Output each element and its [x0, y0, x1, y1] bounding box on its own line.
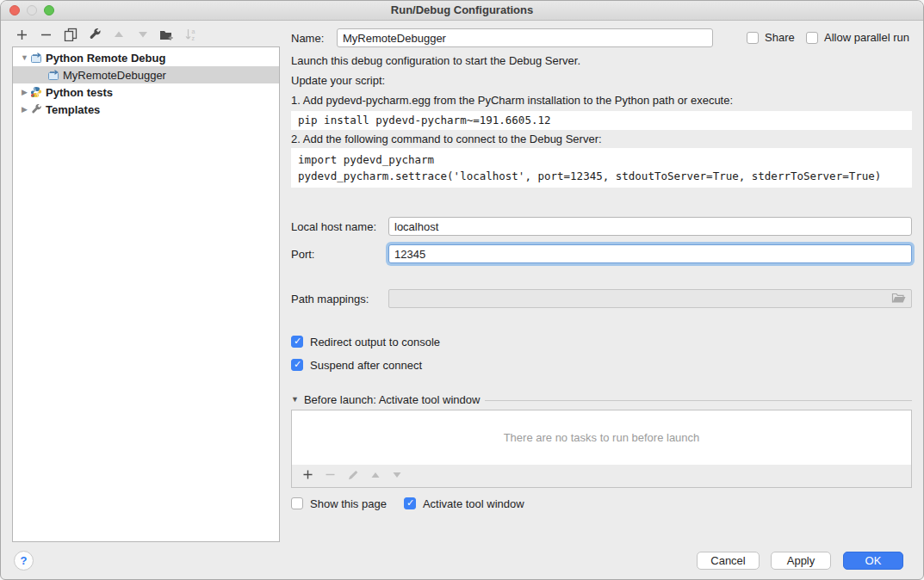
share-label: Share [765, 31, 795, 44]
ok-button[interactable]: OK [843, 552, 903, 570]
add-task-icon[interactable] [302, 469, 313, 483]
settrace-code: import pydevd_pycharm pydevd_pycharm.set… [291, 148, 912, 188]
remove-configuration-icon[interactable] [39, 28, 53, 42]
local-host-input[interactable] [388, 217, 912, 236]
show-this-page-label[interactable]: Show this page [310, 497, 387, 510]
collapse-section-icon[interactable]: ▼ [291, 395, 299, 404]
share-option[interactable]: Share [747, 31, 795, 44]
minimize-window-icon[interactable] [27, 5, 37, 15]
suspend-after-connect-label: Suspend after connect [310, 359, 422, 372]
edit-task-icon[interactable] [347, 469, 359, 484]
allow-parallel-option[interactable]: Allow parallel run [806, 31, 909, 44]
tree-item-python-tests[interactable]: ▶ Python tests [13, 83, 279, 101]
path-mappings-field[interactable] [388, 289, 912, 308]
chevron-collapsed-icon[interactable]: ▶ [19, 88, 30, 96]
local-host-label: Local host name: [291, 220, 388, 233]
path-mappings-row: Path mappings: [291, 289, 912, 308]
code-line-2: pydevd_pycharm.settrace('localhost', por… [298, 170, 881, 182]
allow-parallel-label: Allow parallel run [824, 31, 909, 44]
redirect-output-checkbox[interactable] [291, 336, 303, 348]
tree-item-label: Python tests [46, 86, 118, 99]
remove-task-icon[interactable] [325, 469, 336, 483]
name-input[interactable] [337, 28, 713, 47]
name-row: Name: Share Allow parallel run [291, 28, 912, 47]
port-input[interactable] [388, 244, 912, 263]
before-launch-title: Before launch: Activate tool window [304, 393, 481, 406]
suspend-after-connect-checkbox[interactable] [291, 359, 303, 371]
svg-text:z: z [191, 35, 195, 41]
instruction-step2: 2. Add the following command to connect … [291, 133, 602, 146]
section-divider [485, 400, 912, 401]
help-button[interactable]: ? [14, 551, 34, 571]
tree-item-python-remote-debug[interactable]: ▼ Python Remote Debug [13, 49, 279, 66]
tree-item-templates[interactable]: ▶ Templates [13, 101, 279, 118]
path-mappings-label: Path mappings: [291, 293, 388, 305]
empty-tasks-message: There are no tasks to run before launch [504, 431, 700, 444]
instruction-update: Update your script: [291, 74, 385, 88]
tree-item-label: MyRemoteDebugger [63, 69, 171, 82]
copy-configuration-icon[interactable] [63, 28, 78, 42]
activate-tool-window-checkbox[interactable] [404, 497, 416, 509]
suspend-after-connect-option[interactable]: Suspend after connect [291, 358, 422, 372]
move-task-up-icon[interactable] [370, 470, 381, 483]
allow-parallel-checkbox[interactable] [806, 32, 818, 44]
page-options-row: Show this page Activate tool window [291, 496, 524, 511]
add-configuration-icon[interactable] [15, 28, 29, 42]
redirect-output-option[interactable]: Redirect output to console [291, 335, 440, 349]
share-checkbox[interactable] [747, 32, 759, 44]
run-config-icon [47, 69, 59, 81]
before-launch-section-header: ▼ Before launch: Activate tool window [291, 392, 912, 406]
activate-tool-window-label[interactable]: Activate tool window [423, 497, 524, 510]
configurations-toolbar: az [15, 25, 198, 44]
local-host-row: Local host name: [291, 217, 912, 236]
before-launch-task-list[interactable]: There are no tasks to run before launch [291, 410, 912, 466]
instruction-launch: Launch this debug configuration to start… [291, 54, 580, 68]
code-line-1: import pydevd_pycharm [298, 153, 434, 166]
chevron-expanded-icon[interactable]: ▼ [19, 53, 30, 62]
show-this-page-checkbox[interactable] [291, 497, 303, 509]
svg-text:a: a [191, 28, 195, 34]
cancel-button[interactable]: Cancel [697, 552, 760, 570]
sort-alphabetically-icon[interactable]: az [183, 28, 198, 42]
instruction-step1: 1. Add pydevd-pycharm.egg from the PyCha… [291, 94, 733, 108]
port-label: Port: [291, 248, 388, 261]
move-task-down-icon[interactable] [392, 470, 402, 483]
window-title: Run/Debug Configurations [1, 1, 923, 20]
titlebar: Run/Debug Configurations [1, 1, 923, 21]
browse-folder-icon[interactable] [891, 292, 907, 306]
tree-item-label: Templates [46, 103, 105, 116]
python-tests-icon [30, 86, 42, 98]
close-window-icon[interactable] [9, 5, 20, 15]
before-launch-toolbar [291, 465, 912, 488]
edit-templates-icon[interactable] [87, 28, 102, 42]
port-row: Port: [291, 244, 912, 263]
run-config-icon [30, 52, 42, 64]
tree-item-myremotedebugger[interactable]: MyRemoteDebugger [13, 66, 279, 83]
move-up-icon[interactable] [111, 28, 126, 42]
redirect-output-label: Redirect output to console [310, 336, 440, 349]
pip-command-code: pip install pydevd-pycharm~=191.6605.12 [291, 111, 912, 130]
configurations-tree: ▼ Python Remote Debug MyRemoteDebugger ▶ [12, 46, 280, 542]
tree-item-label: Python Remote Debug [46, 52, 171, 65]
new-folder-icon[interactable] [159, 28, 174, 42]
move-down-icon[interactable] [135, 28, 150, 42]
configuration-form: Name: Share Allow parallel run Launch th… [291, 20, 912, 562]
name-label: Name: [291, 32, 337, 45]
chevron-collapsed-icon[interactable]: ▶ [19, 105, 30, 114]
zoom-window-icon[interactable] [44, 5, 54, 15]
wrench-icon [30, 103, 42, 115]
apply-button[interactable]: Apply [771, 552, 831, 570]
run-debug-configurations-dialog: Run/Debug Configurations az ▼ [0, 0, 924, 580]
